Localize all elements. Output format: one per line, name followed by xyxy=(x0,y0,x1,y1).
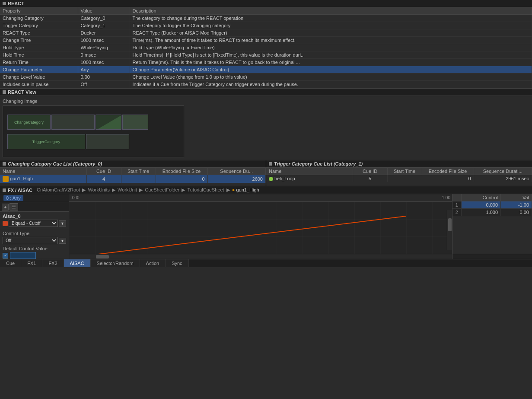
val-control: 0.000 xyxy=(461,201,501,209)
react-property-row[interactable]: REACT Type Ducker REACT Type (Ducker or … xyxy=(0,29,532,37)
control-type-row: Off ▼ xyxy=(0,237,69,244)
prop-value: Ducker xyxy=(78,29,130,37)
bottom-tab-fx1[interactable]: FX1 xyxy=(21,259,42,267)
ruler-end: 1.00 xyxy=(442,195,450,200)
bc-arrow5: ▶ xyxy=(226,187,231,192)
right-cue-table: Name Cue ID Start Time Encoded File Size… xyxy=(266,168,532,182)
prop-property: Hold Type xyxy=(0,44,78,51)
graph-container: .000 1.00 xyxy=(69,194,452,259)
bc-arrow4: ▶ xyxy=(182,187,186,192)
react-property-row[interactable]: Hold Type WhilePlaying Hold Type (WhileP… xyxy=(0,44,532,51)
prop-description: Change Parameter(Volume or AISAC Control… xyxy=(130,66,532,73)
graph-ruler: .000 1.00 xyxy=(69,194,452,202)
prop-property: Trigger Category xyxy=(0,22,78,29)
right-cue-list-panel: Trigger Category Cue List (Category_1) N… xyxy=(266,160,532,186)
react-property-row[interactable]: Change Time 1000 msec Time(ms). The amou… xyxy=(0,37,532,44)
left-col-name: Name xyxy=(0,168,86,175)
bottom-tab-fx2[interactable]: FX2 xyxy=(42,259,64,267)
react-view-label: REACT View xyxy=(8,89,36,95)
react-panel: REACT Property Value Description Changin… xyxy=(0,0,532,89)
left-col-filesize: Encoded File Size xyxy=(156,168,207,175)
cue-list-container: Changing Category Cue List (Category_0) … xyxy=(0,160,532,186)
val-index: 1 xyxy=(452,201,461,209)
prop-property: Change Parameter xyxy=(0,66,78,73)
default-ctrl-checkbox[interactable]: ✓ xyxy=(3,253,8,259)
prop-description: Change Level Value (change from 1.0 up t… xyxy=(130,73,532,81)
react-view-icon xyxy=(3,90,6,94)
val-index: 2 xyxy=(452,209,461,216)
values-row[interactable]: 1 0.000 -1.00 xyxy=(452,201,532,209)
control-type-select[interactable]: Off xyxy=(3,237,58,244)
bottom-tab-action[interactable]: Action xyxy=(140,259,166,267)
prop-property: REACT Type xyxy=(0,29,78,37)
prop-property: Includes cue in pause xyxy=(0,81,78,88)
right-col-name: Name xyxy=(266,168,353,175)
prop-description: Time(ms). The amount of time it takes to… xyxy=(130,37,532,44)
bottom-tabs-container: CueFX1FX2AISACSelector/RandomActionSync xyxy=(0,259,189,267)
react-property-row[interactable]: Trigger Category Category_1 The Category… xyxy=(0,22,532,29)
control-type-dropdown-btn[interactable]: ▼ xyxy=(59,238,66,244)
graph-hscroll[interactable] xyxy=(69,254,452,259)
aisac-dropdown-btn[interactable]: ▼ xyxy=(59,220,66,227)
values-row[interactable]: 2 1.000 0.00 xyxy=(452,209,532,216)
prop-property: Change Level Value xyxy=(0,73,78,81)
react-view-panel: REACT View Changing Image ChangeCategory… xyxy=(0,89,532,160)
prop-description: The Category to trigger the Changing cat… xyxy=(130,22,532,29)
left-cue-list-title: Changing Category Cue List (Category_0) xyxy=(0,160,266,168)
react-property-row[interactable]: Return Time 1000 msec Return Time(ms). T… xyxy=(0,59,532,66)
bc-tutorialcuesheet: TutorialCueSheet xyxy=(187,187,224,192)
right-cue-title-label: Trigger Category Cue List (Category_1) xyxy=(274,161,363,166)
ruler-start: .000 xyxy=(71,195,79,200)
add-button[interactable]: + xyxy=(2,204,9,211)
react-property-row[interactable]: Hold Time 0 msec Hold Time(ms). If [Hold… xyxy=(0,51,532,59)
cue-seq-dur: 2600 xyxy=(207,175,266,183)
fx-sidebar-toolbar[interactable]: + ☰ xyxy=(0,202,69,212)
right-cue-row[interactable]: heli_Loop 5 0 2961 msec xyxy=(266,175,532,182)
bottom-tab-cue[interactable]: Cue xyxy=(0,259,21,267)
left-col-cueid: Cue ID xyxy=(86,168,121,175)
cue-start-time xyxy=(121,175,156,183)
fx-title-icon xyxy=(3,188,6,192)
graph-svg xyxy=(69,202,452,259)
right-col-seqdur: Sequence Durati... xyxy=(474,168,532,175)
col-description: Description xyxy=(130,7,532,15)
left-cue-row[interactable]: gun1_High 4 0 2600 xyxy=(0,175,266,183)
bottom-tab-selector-random[interactable]: Selector/Random xyxy=(91,259,140,267)
default-ctrl-input[interactable]: 0.000 xyxy=(10,252,36,259)
hscroll-thumb[interactable] xyxy=(96,255,109,259)
vscroll-thumb[interactable] xyxy=(448,218,452,231)
cue-green-icon xyxy=(269,177,273,181)
cue-id: 5 xyxy=(353,175,387,182)
prop-value: Category_1 xyxy=(78,22,130,29)
prop-value: WhilePlaying xyxy=(78,44,130,51)
right-cue-icon xyxy=(269,162,272,166)
list-button[interactable]: ☰ xyxy=(10,203,18,211)
bc-arrow1: ▶ xyxy=(82,187,87,192)
changing-image-label: Changing Image xyxy=(3,99,529,104)
trigger-category-box: TriggerCategory xyxy=(7,134,85,149)
diagram-end xyxy=(122,115,148,130)
bottom-tab-aisac[interactable]: AISAC xyxy=(64,259,91,267)
react-panel-title: REACT xyxy=(0,0,532,7)
prop-property: Changing Category xyxy=(0,15,78,22)
values-scrollbar[interactable] xyxy=(452,254,532,259)
react-property-row[interactable]: Includes cue in pause Off Indicates if a… xyxy=(0,81,532,88)
left-cue-list-panel: Changing Category Cue List (Category_0) … xyxy=(0,160,266,186)
values-table: Control Val 1 0.000 -1.00 2 1.000 0.00 xyxy=(452,194,532,216)
diagram-row1: ChangeCategory xyxy=(7,115,148,130)
prop-value: 0 msec xyxy=(78,51,130,59)
diagram-tc2 xyxy=(86,134,129,149)
fx-panel: FX / AISAC CriAtomCraftV2Root ▶ WorkUnit… xyxy=(0,186,532,267)
prop-description: Hold Time(ms). If [Hold Type] is set to … xyxy=(130,51,532,59)
bc-workunits: WorkUnits xyxy=(88,187,110,192)
react-property-row[interactable]: Change Level Value 0.00 Change Level Val… xyxy=(0,73,532,81)
graph-vscroll[interactable] xyxy=(447,210,452,250)
any-badge-row: 0 : Any xyxy=(0,194,69,202)
react-title-icon xyxy=(3,2,6,5)
react-property-row[interactable]: Changing Category Category_0 The categor… xyxy=(0,15,532,22)
aisac-type-select[interactable]: Biquad - Cutoff xyxy=(9,220,58,227)
bc-cuesheetfolder: CueSheetFolder xyxy=(145,187,179,192)
react-property-row[interactable]: Change Parameter Any Change Parameter(Vo… xyxy=(0,66,532,73)
val-control: 1.000 xyxy=(461,209,501,216)
bottom-tab-sync[interactable]: Sync xyxy=(166,259,188,267)
